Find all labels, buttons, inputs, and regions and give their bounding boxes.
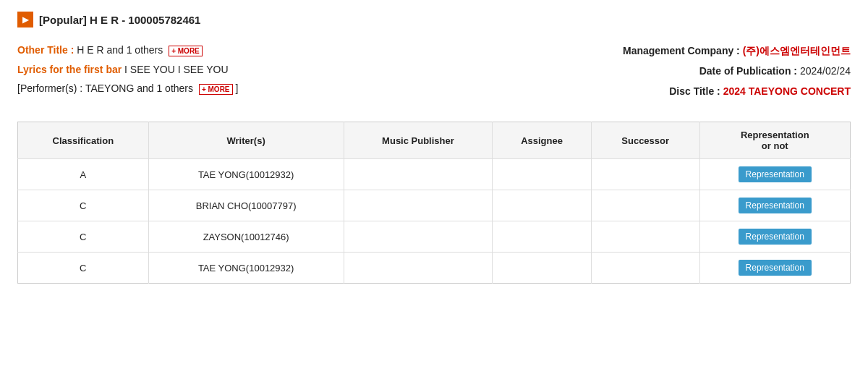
representation-button[interactable]: Representation	[739, 166, 812, 182]
lyrics-row: Lyrics for the first bar I SEE YOU I SEE…	[17, 60, 576, 80]
cell-successor	[591, 221, 699, 253]
table-row: CTAE YONG(10012932)Representation	[18, 253, 851, 284]
left-info: Other Title : H E R and 1 others + MORE …	[17, 41, 576, 101]
other-title-row: Other Title : H E R and 1 others + MORE	[17, 41, 576, 60]
cell-writer: ZAYSON(10012746)	[148, 221, 344, 253]
col-successor: Successor	[591, 122, 699, 159]
disc-row: Disc Title : 2024 TAEYONG CONCERT	[605, 81, 851, 101]
performers-bracket-open: [Performer(s) :	[17, 82, 82, 94]
table-row: CZAYSON(10012746)Representation	[18, 221, 851, 253]
col-classification: Classification	[18, 122, 149, 159]
cell-classification: C	[18, 253, 149, 284]
cell-classification: A	[18, 159, 149, 190]
disc-label: Disc Title :	[669, 85, 720, 97]
cell-classification: C	[18, 221, 149, 253]
cell-publisher	[344, 159, 493, 190]
page-title: [Popular] H E R - 100005782461	[39, 14, 200, 26]
popular-icon: ▶	[17, 12, 33, 27]
cell-publisher	[344, 190, 493, 221]
cell-representation: Representation	[699, 253, 850, 284]
management-value: (주)에스엠엔터테인먼트	[743, 45, 851, 56]
col-publisher: Music Publisher	[344, 122, 493, 159]
publication-label: Date of Publication :	[699, 65, 797, 77]
cell-assignee	[493, 253, 592, 284]
other-title-more[interactable]: + MORE	[169, 46, 203, 56]
cell-assignee	[493, 221, 592, 253]
cell-assignee	[493, 190, 592, 221]
representation-button[interactable]: Representation	[739, 198, 812, 213]
cell-writer: TAE YONG(10012932)	[148, 159, 344, 190]
cell-successor	[591, 253, 699, 284]
col-assignee: Assignee	[493, 122, 592, 159]
col-writers: Writer(s)	[148, 122, 344, 159]
table-header-row: Classification Writer(s) Music Publisher…	[18, 122, 851, 159]
other-title-label: Other Title :	[17, 44, 74, 56]
table-row: ATAE YONG(10012932)Representation	[18, 159, 851, 190]
publication-row: Date of Publication : 2024/02/24	[605, 61, 851, 81]
performers-value: TAEYONG and 1 others	[85, 82, 196, 94]
performers-more[interactable]: + MORE	[199, 84, 233, 95]
table-section: Classification Writer(s) Music Publisher…	[17, 122, 851, 284]
cell-assignee	[493, 159, 592, 190]
cell-representation: Representation	[699, 190, 850, 221]
cell-representation: Representation	[699, 159, 850, 190]
lyrics-value: I SEE YOU I SEE YOU	[124, 64, 228, 75]
cell-classification: C	[18, 190, 149, 221]
cell-writer: BRIAN CHO(10007797)	[148, 190, 344, 221]
cell-successor	[591, 159, 699, 190]
performers-bracket-close: ]	[235, 82, 238, 94]
representation-button[interactable]: Representation	[739, 260, 812, 276]
disc-value: 2024 TAEYONG CONCERT	[723, 85, 851, 97]
performers-row: [Performer(s) : TAEYONG and 1 others + M…	[17, 79, 576, 98]
other-title-value: H E R and 1 others	[77, 44, 163, 56]
cell-publisher	[344, 253, 493, 284]
cell-writer: TAE YONG(10012932)	[148, 253, 344, 284]
main-content: Other Title : H E R and 1 others + MORE …	[17, 41, 851, 101]
lyrics-label: Lyrics for the first bar	[17, 64, 122, 75]
cell-publisher	[344, 221, 493, 253]
management-row: Management Company : (주)에스엠엔터테인먼트	[605, 41, 851, 61]
header-bar: ▶ [Popular] H E R - 100005782461	[17, 12, 851, 27]
writers-table: Classification Writer(s) Music Publisher…	[17, 122, 851, 284]
representation-button[interactable]: Representation	[739, 229, 812, 245]
col-representation: Representationor not	[699, 122, 850, 159]
right-info: Management Company : (주)에스엠엔터테인먼트 Date o…	[605, 41, 851, 101]
publication-value: 2024/02/24	[800, 65, 851, 77]
cell-successor	[591, 190, 699, 221]
cell-representation: Representation	[699, 221, 850, 253]
management-label: Management Company :	[623, 45, 740, 56]
table-row: CBRIAN CHO(10007797)Representation	[18, 190, 851, 221]
